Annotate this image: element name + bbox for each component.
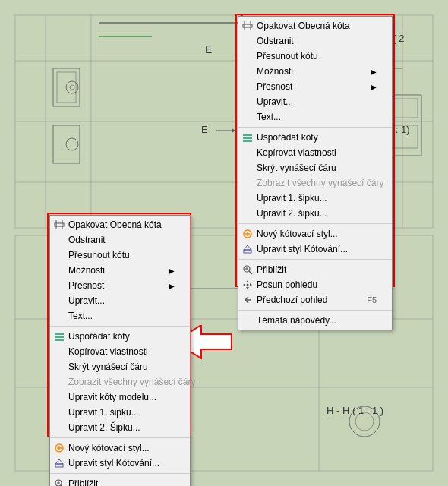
submenu-arrow: ▶ — [169, 267, 175, 275]
svg-rect-72 — [244, 250, 251, 253]
menu-b-edit-arrow1[interactable]: Upravit 1. šipku... — [238, 191, 392, 206]
edit-style-icon — [53, 457, 65, 469]
svg-rect-51 — [55, 339, 64, 341]
menu-b-show-lines[interactable]: Zobrazit všechny vynášecí čáry — [238, 175, 392, 191]
svg-marker-73 — [244, 245, 251, 250]
menu-b-copy-props[interactable]: Kopírovat vlastnosti — [238, 145, 392, 160]
menu-a-edit-arrow1[interactable]: Upravit 1. šipku... — [50, 405, 190, 420]
menu-a-show-lines[interactable]: Zobrazit všechny vynášecí čáry — [50, 374, 190, 390]
menu-a-move[interactable]: Přesunout kótu — [50, 248, 190, 263]
menu-a-precision[interactable]: Přesnost ▶ — [50, 278, 190, 293]
menu-a-hide-line[interactable]: Skrýt vynášecí čáru — [50, 359, 190, 374]
menu-a-edit-arrow2[interactable]: Upravit 2. Šipku... — [50, 420, 190, 435]
dimension-icon — [53, 219, 65, 231]
new-style-icon-b — [241, 228, 254, 240]
svg-rect-55 — [55, 464, 63, 467]
submenu-arrow-b1: ▶ — [371, 68, 377, 76]
svg-rect-50 — [55, 336, 64, 338]
separator-3 — [50, 473, 190, 474]
organize-icon — [53, 330, 65, 342]
menu-b-edit-arrow2[interactable]: Upravit 2. šipku... — [238, 206, 392, 221]
separator-1 — [50, 326, 190, 327]
edit-style-icon-b — [241, 243, 254, 255]
menu-b-pan[interactable]: Posun pohledu — [238, 277, 392, 292]
pan-icon-b — [241, 279, 254, 291]
menu-b-remove[interactable]: Odstranit — [238, 33, 392, 49]
menu-b-move[interactable]: Přesunout kótu — [238, 49, 392, 64]
zoom-icon-b — [241, 264, 254, 276]
organize-icon-b — [241, 131, 254, 144]
menu-b-precision[interactable]: Přesnost ▶ — [238, 79, 392, 94]
separator-b3 — [238, 259, 392, 260]
svg-rect-49 — [55, 333, 64, 335]
menu-a-repeat[interactable]: Opakovat Obecná kóta — [50, 217, 190, 232]
submenu-arrow: ▶ — [169, 282, 175, 290]
context-menu-a: Opakovat Obecná kóta Odstranit Přesunout… — [49, 215, 191, 486]
svg-marker-56 — [55, 459, 63, 464]
menu-b-organize[interactable]: Uspořádat kóty — [238, 130, 392, 145]
menu-b-prev-view[interactable]: Předchozí pohled F5 — [238, 292, 392, 308]
submenu-arrow-b2: ▶ — [371, 83, 377, 91]
menu-b-help[interactable]: Témata nápovědy... — [238, 313, 392, 328]
separator-b2 — [238, 223, 392, 224]
separator-b4 — [238, 310, 392, 311]
menu-b-options[interactable]: Možnosti ▶ — [238, 64, 392, 79]
svg-rect-66 — [243, 134, 252, 136]
new-style-icon — [53, 442, 65, 454]
svg-text:E: E — [201, 124, 208, 135]
menu-a-zoom[interactable]: Přiblížit — [50, 476, 190, 486]
menu-a-edit[interactable]: Upravit... — [50, 293, 190, 308]
prev-view-icon-b — [241, 294, 254, 306]
context-menu-b: Opakovat Obecná kóta Odstranit Přesunout… — [238, 16, 393, 330]
menu-b-hide-line[interactable]: Skrýt vynášecí čáru — [238, 160, 392, 175]
separator-2 — [50, 437, 190, 438]
menu-a-new-style[interactable]: Nový kótovací styl... — [50, 440, 190, 456]
svg-point-78 — [247, 284, 249, 286]
separator-b1 — [238, 127, 392, 128]
menu-b-edit-style[interactable]: Upravit styl Kótování... — [238, 241, 392, 257]
menu-a-text[interactable]: Text... — [50, 308, 190, 323]
svg-line-75 — [249, 271, 252, 274]
menu-a-organize[interactable]: Uspořádat kóty — [50, 329, 190, 344]
zoom-icon — [53, 478, 65, 486]
menu-b-repeat[interactable]: Opakovat Obecná kóta — [238, 18, 392, 33]
menu-a-remove[interactable]: Odstranit — [50, 232, 190, 248]
menu-b-new-style[interactable]: Nový kótovací styl... — [238, 226, 392, 241]
svg-rect-67 — [243, 137, 252, 139]
menu-b-zoom[interactable]: Přiblížit — [238, 262, 392, 277]
menu-a-copy-props[interactable]: Kopírovat vlastnosti — [50, 344, 190, 359]
menu-a-edit-model[interactable]: Upravit kóty modelu... — [50, 390, 190, 405]
dimension-icon-b — [241, 20, 254, 32]
menu-a-options[interactable]: Možnosti ▶ — [50, 263, 190, 278]
svg-text:E: E — [205, 43, 212, 55]
shortcut-f5-b: F5 — [367, 295, 377, 305]
menu-a-edit-style[interactable]: Upravit styl Kótování... — [50, 456, 190, 471]
menu-b-text[interactable]: Text... — [238, 109, 392, 125]
menu-b-edit[interactable]: Upravit... — [238, 94, 392, 109]
svg-rect-68 — [243, 140, 252, 142]
